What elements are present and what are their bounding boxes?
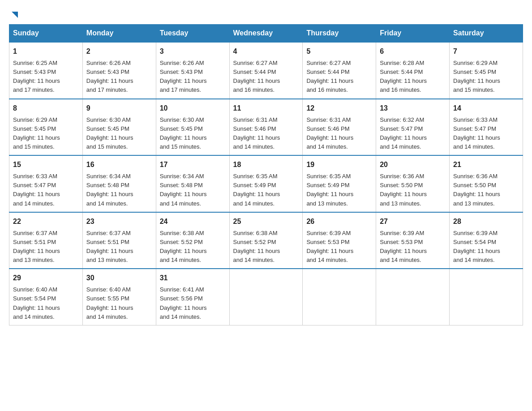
calendar-cell: 30 Sunrise: 6:40 AMSunset: 5:55 PMDaylig…: [82, 269, 156, 325]
header-monday: Monday: [82, 25, 156, 43]
day-number: 7: [453, 46, 519, 57]
day-number: 14: [453, 103, 519, 114]
day-info: Sunrise: 6:26 AMSunset: 5:43 PMDaylight:…: [86, 60, 133, 93]
day-info: Sunrise: 6:32 AMSunset: 5:47 PMDaylight:…: [380, 116, 427, 150]
calendar-cell: 7 Sunrise: 6:29 AMSunset: 5:45 PMDayligh…: [450, 42, 523, 99]
day-info: Sunrise: 6:39 AMSunset: 5:53 PMDaylight:…: [306, 230, 353, 263]
calendar-cell: 25 Sunrise: 6:38 AMSunset: 5:52 PMDaylig…: [229, 212, 303, 269]
day-info: Sunrise: 6:33 AMSunset: 5:47 PMDaylight:…: [453, 116, 500, 150]
day-info: Sunrise: 6:25 AMSunset: 5:43 PMDaylight:…: [13, 60, 60, 93]
day-info: Sunrise: 6:40 AMSunset: 5:55 PMDaylight:…: [86, 286, 133, 320]
day-number: 22: [13, 216, 79, 227]
calendar-cell: 12 Sunrise: 6:31 AMSunset: 5:46 PMDaylig…: [303, 99, 376, 156]
calendar-cell: 23 Sunrise: 6:37 AMSunset: 5:51 PMDaylig…: [82, 212, 156, 269]
day-info: Sunrise: 6:30 AMSunset: 5:45 PMDaylight:…: [86, 116, 133, 150]
day-info: Sunrise: 6:28 AMSunset: 5:44 PMDaylight:…: [380, 60, 427, 93]
header-wednesday: Wednesday: [229, 25, 303, 43]
day-info: Sunrise: 6:29 AMSunset: 5:45 PMDaylight:…: [453, 60, 500, 93]
day-info: Sunrise: 6:41 AMSunset: 5:56 PMDaylight:…: [160, 286, 207, 320]
day-info: Sunrise: 6:34 AMSunset: 5:48 PMDaylight:…: [160, 173, 207, 206]
day-info: Sunrise: 6:35 AMSunset: 5:49 PMDaylight:…: [233, 173, 280, 206]
calendar-cell: 18 Sunrise: 6:35 AMSunset: 5:49 PMDaylig…: [229, 155, 303, 212]
calendar-cell: 8 Sunrise: 6:29 AMSunset: 5:45 PMDayligh…: [9, 99, 83, 156]
calendar-cell: 28 Sunrise: 6:39 AMSunset: 5:54 PMDaylig…: [450, 212, 523, 269]
calendar-cell: 2 Sunrise: 6:26 AMSunset: 5:43 PMDayligh…: [82, 42, 156, 99]
day-number: 30: [86, 273, 152, 283]
day-info: Sunrise: 6:31 AMSunset: 5:46 PMDaylight:…: [233, 116, 280, 150]
day-info: Sunrise: 6:26 AMSunset: 5:43 PMDaylight:…: [160, 60, 207, 93]
calendar-cell: 13 Sunrise: 6:32 AMSunset: 5:47 PMDaylig…: [376, 99, 450, 156]
day-number: 19: [306, 159, 372, 170]
calendar-cell: 21 Sunrise: 6:36 AMSunset: 5:50 PMDaylig…: [450, 155, 523, 212]
header-saturday: Saturday: [450, 25, 523, 43]
calendar-cell: 3 Sunrise: 6:26 AMSunset: 5:43 PMDayligh…: [156, 42, 229, 99]
day-info: Sunrise: 6:36 AMSunset: 5:50 PMDaylight:…: [453, 173, 500, 206]
day-info: Sunrise: 6:34 AMSunset: 5:48 PMDaylight:…: [86, 173, 133, 206]
calendar-cell: 31 Sunrise: 6:41 AMSunset: 5:56 PMDaylig…: [156, 269, 229, 325]
day-number: 2: [86, 46, 152, 57]
day-number: 28: [453, 216, 519, 227]
day-number: 27: [380, 216, 446, 227]
header-tuesday: Tuesday: [156, 25, 229, 43]
day-number: 20: [380, 159, 446, 170]
day-info: Sunrise: 6:27 AMSunset: 5:44 PMDaylight:…: [233, 60, 280, 93]
calendar-cell: [450, 269, 523, 325]
calendar-cell: 27 Sunrise: 6:39 AMSunset: 5:53 PMDaylig…: [376, 212, 450, 269]
day-info: Sunrise: 6:38 AMSunset: 5:52 PMDaylight:…: [233, 230, 280, 263]
day-number: 18: [233, 159, 299, 170]
calendar-cell: [376, 269, 450, 325]
day-number: 17: [160, 159, 226, 170]
day-info: Sunrise: 6:37 AMSunset: 5:51 PMDaylight:…: [86, 230, 133, 263]
page-header: [9, 9, 523, 20]
day-info: Sunrise: 6:39 AMSunset: 5:53 PMDaylight:…: [380, 230, 427, 263]
day-number: 12: [306, 103, 372, 114]
day-info: Sunrise: 6:35 AMSunset: 5:49 PMDaylight:…: [306, 173, 353, 206]
day-info: Sunrise: 6:27 AMSunset: 5:44 PMDaylight:…: [306, 60, 353, 93]
calendar-cell: 15 Sunrise: 6:33 AMSunset: 5:47 PMDaylig…: [9, 155, 83, 212]
calendar-week-5: 29 Sunrise: 6:40 AMSunset: 5:54 PMDaylig…: [9, 269, 523, 325]
calendar-week-1: 1 Sunrise: 6:25 AMSunset: 5:43 PMDayligh…: [9, 42, 523, 99]
day-info: Sunrise: 6:33 AMSunset: 5:47 PMDaylight:…: [13, 173, 60, 206]
svg-marker-0: [12, 12, 18, 18]
day-number: 23: [86, 216, 152, 227]
day-number: 26: [306, 216, 372, 227]
day-number: 24: [160, 216, 226, 227]
calendar-header-row: SundayMondayTuesdayWednesdayThursdayFrid…: [9, 25, 523, 43]
header-friday: Friday: [376, 25, 450, 43]
calendar-cell: 4 Sunrise: 6:27 AMSunset: 5:44 PMDayligh…: [229, 42, 303, 99]
day-number: 4: [233, 46, 299, 57]
logo-triangle-icon: [10, 10, 20, 20]
calendar-cell: 16 Sunrise: 6:34 AMSunset: 5:48 PMDaylig…: [82, 155, 156, 212]
day-number: 9: [86, 103, 152, 114]
calendar-cell: 24 Sunrise: 6:38 AMSunset: 5:52 PMDaylig…: [156, 212, 229, 269]
day-number: 5: [306, 46, 372, 57]
day-info: Sunrise: 6:31 AMSunset: 5:46 PMDaylight:…: [306, 116, 353, 150]
day-number: 3: [160, 46, 226, 57]
day-number: 16: [86, 159, 152, 170]
day-number: 15: [13, 159, 79, 170]
day-info: Sunrise: 6:38 AMSunset: 5:52 PMDaylight:…: [160, 230, 207, 263]
calendar-cell: 1 Sunrise: 6:25 AMSunset: 5:43 PMDayligh…: [9, 42, 83, 99]
day-info: Sunrise: 6:36 AMSunset: 5:50 PMDaylight:…: [380, 173, 427, 206]
calendar-cell: 19 Sunrise: 6:35 AMSunset: 5:49 PMDaylig…: [303, 155, 376, 212]
day-info: Sunrise: 6:40 AMSunset: 5:54 PMDaylight:…: [13, 286, 60, 320]
calendar-cell: 22 Sunrise: 6:37 AMSunset: 5:51 PMDaylig…: [9, 212, 83, 269]
calendar-cell: 11 Sunrise: 6:31 AMSunset: 5:46 PMDaylig…: [229, 99, 303, 156]
day-info: Sunrise: 6:29 AMSunset: 5:45 PMDaylight:…: [13, 116, 60, 150]
day-number: 1: [13, 46, 79, 57]
day-number: 29: [13, 273, 79, 283]
day-number: 13: [380, 103, 446, 114]
day-info: Sunrise: 6:37 AMSunset: 5:51 PMDaylight:…: [13, 230, 60, 263]
calendar-cell: 6 Sunrise: 6:28 AMSunset: 5:44 PMDayligh…: [376, 42, 450, 99]
day-number: 31: [160, 273, 226, 283]
day-number: 6: [380, 46, 446, 57]
calendar-cell: 5 Sunrise: 6:27 AMSunset: 5:44 PMDayligh…: [303, 42, 376, 99]
day-number: 25: [233, 216, 299, 227]
day-info: Sunrise: 6:39 AMSunset: 5:54 PMDaylight:…: [453, 230, 500, 263]
calendar-cell: 9 Sunrise: 6:30 AMSunset: 5:45 PMDayligh…: [82, 99, 156, 156]
header-sunday: Sunday: [9, 25, 83, 43]
day-number: 8: [13, 103, 79, 114]
calendar-cell: 29 Sunrise: 6:40 AMSunset: 5:54 PMDaylig…: [9, 269, 83, 325]
header-thursday: Thursday: [303, 25, 376, 43]
calendar-cell: 17 Sunrise: 6:34 AMSunset: 5:48 PMDaylig…: [156, 155, 229, 212]
